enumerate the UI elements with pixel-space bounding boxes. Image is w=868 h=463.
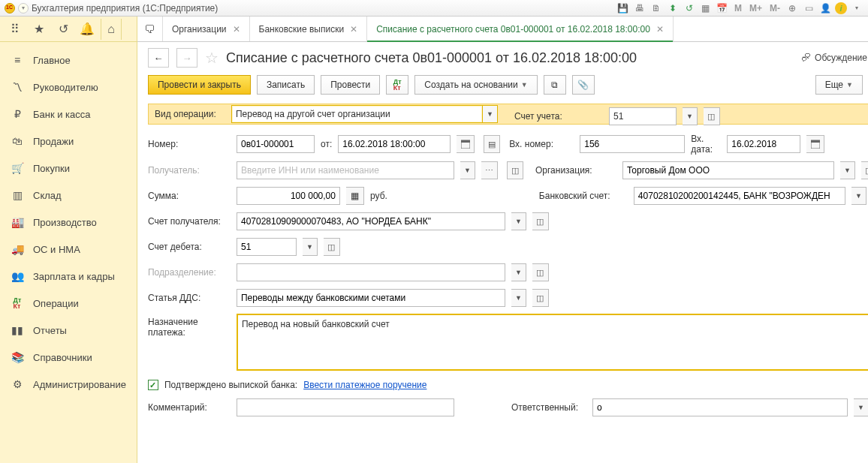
calendar-icon[interactable] [457,135,475,153]
tab-bank-statements[interactable]: Банковские выписки✕ [250,17,368,41]
user-icon[interactable]: 👤 [818,2,832,15]
open-icon[interactable]: ◫ [861,161,868,179]
compare-icon[interactable]: ⬍ [666,2,680,15]
back-button[interactable]: ← [148,48,169,68]
sidebar-item-reports[interactable]: ▮▮Отчеты [0,317,137,344]
post-button[interactable]: Провести [321,75,380,95]
sidebar-item-assets[interactable]: 🚚ОС и НМА [0,236,137,263]
calculator-icon[interactable]: ▦ [346,187,364,205]
info-icon[interactable]: i [835,2,847,14]
dropdown-icon[interactable]: ▼ [683,107,698,125]
notifications-icon[interactable]: 🔔 [77,19,98,40]
sidebar-item-operations[interactable]: ДтКтОперации [0,290,137,317]
sidebar-item-main[interactable]: ≡Главное [0,47,137,74]
open-icon[interactable]: ◫ [324,238,340,256]
calendar-icon[interactable]: 📅 [716,2,729,15]
discussions-icon[interactable]: 🗨 [137,17,163,41]
dropdown-icon[interactable]: ▼ [854,398,868,416]
department-input[interactable] [237,263,505,281]
structure-button[interactable]: ⧉ [544,75,566,95]
sum-input[interactable] [237,187,340,205]
star-icon[interactable]: ☆ [205,49,219,67]
home-icon[interactable]: ⌂ [101,19,122,40]
sidebar-item-manager[interactable]: 〽Руководителю [0,74,137,101]
dtkt-button[interactable]: ДтКт [386,75,408,95]
sidebar-item-warehouse[interactable]: ▥Склад [0,182,137,209]
dropdown-icon[interactable]: ▼ [460,161,475,179]
open-icon[interactable]: ◫ [532,263,549,281]
operation-input[interactable]: Перевод на другой счет организации [231,105,483,123]
sidebar-item-hr[interactable]: 👥Зарплата и кадры [0,263,137,290]
app-logo-icon [5,3,15,14]
date-input[interactable] [338,135,451,153]
responsible-input[interactable] [592,398,848,416]
sidebar-item-sales[interactable]: 🛍Продажи [0,128,137,155]
info-caret-icon[interactable]: ▾ [850,2,863,15]
purpose-textarea[interactable]: Перевод на новый банковский счет [237,314,868,371]
open-icon[interactable]: ◫ [507,161,523,179]
dropdown-icon[interactable]: ▼ [511,263,526,281]
close-icon[interactable]: ✕ [656,24,664,35]
refresh-icon[interactable]: ↺ [683,2,696,15]
preview-icon[interactable]: 🗎 [649,2,663,15]
tab-writeoff[interactable]: Списание с расчетного счета 0в01-000001 … [367,17,674,41]
sidebar-item-production[interactable]: 🏭Производство [0,209,137,236]
discuss-button[interactable]: 🗪Обсуждение [801,53,867,63]
sidebar-item-bank[interactable]: ₽Банк и касса [0,101,137,128]
sidebar-item-purchases[interactable]: 🛒Покупки [0,155,137,182]
sidebar-item-label: Склад [33,190,62,201]
print-icon[interactable]: 🖶 [633,2,646,15]
open-icon[interactable]: ◫ [532,289,549,307]
history-icon[interactable]: ↺ [53,19,74,40]
open-icon[interactable]: ◫ [532,212,549,230]
post-and-close-button[interactable]: Провести и закрыть [148,75,251,95]
close-icon[interactable]: ✕ [233,24,240,35]
recipient-account-label: Счет получателя: [148,216,231,227]
zoom-icon[interactable]: ⊕ [785,2,799,15]
ellipsis-icon[interactable]: ⋯ [481,161,498,179]
dropdown-icon[interactable]: ▼ [511,289,526,307]
incoming-no-input[interactable] [580,135,685,153]
apps-icon[interactable]: ⠿ [5,19,26,40]
confirmed-checkbox[interactable]: ✓ [148,380,158,390]
debit-input[interactable] [237,238,297,256]
calendar-icon[interactable] [806,135,824,153]
doc-icon[interactable]: ▤ [484,135,500,153]
account-input[interactable]: 51 [609,107,677,125]
org-input[interactable] [622,161,834,179]
payment-order-link[interactable]: Ввести платежное поручение [303,380,426,390]
attach-button[interactable]: 📎 [572,75,595,95]
more-button[interactable]: Еще▼ [815,75,863,95]
save-icon[interactable]: 💾 [616,2,630,15]
bank-account-input[interactable] [634,187,845,205]
close-icon[interactable]: ✕ [350,24,357,35]
save-button[interactable]: Записать [257,75,315,95]
sidebar-item-admin[interactable]: ⚙Администрирование [0,371,137,398]
favorites-icon[interactable]: ★ [29,19,50,40]
gear-icon: ⚙ [11,378,24,390]
incoming-date-input[interactable] [727,135,800,153]
sidebar-item-label: Покупки [33,163,70,174]
dropdown-icon[interactable]: ▼ [511,212,526,230]
dropdown-icon[interactable]: ▼ [851,187,866,205]
titlebar-dropdown-icon[interactable]: ▾ [18,3,29,14]
comment-input[interactable] [237,398,454,416]
recipient-account-input[interactable] [237,212,505,230]
recipient-input[interactable] [237,161,454,179]
document-header: ← → ☆ Списание с расчетного счета 0в01-0… [137,42,868,71]
dropdown-icon[interactable]: ▼ [303,238,318,256]
tab-organizations[interactable]: Организации✕ [163,17,250,41]
sidebar-item-refs[interactable]: 📚Справочники [0,344,137,371]
open-icon[interactable]: ◫ [704,107,720,125]
forward-button[interactable]: → [176,48,197,68]
calculator-icon[interactable]: ▦ [699,2,713,15]
memory-mplus-button[interactable]: M+ [747,3,764,14]
create-based-button[interactable]: Создать на основании▼ [414,75,537,95]
dropdown-icon[interactable]: ▼ [840,161,855,179]
memory-m-button[interactable]: M [732,3,744,14]
memory-mminus-button[interactable]: M- [767,3,782,14]
dds-input[interactable] [237,289,505,307]
dropdown-icon[interactable]: ▼ [483,105,498,123]
windows-icon[interactable]: ▭ [802,2,815,15]
number-input[interactable] [237,135,315,153]
